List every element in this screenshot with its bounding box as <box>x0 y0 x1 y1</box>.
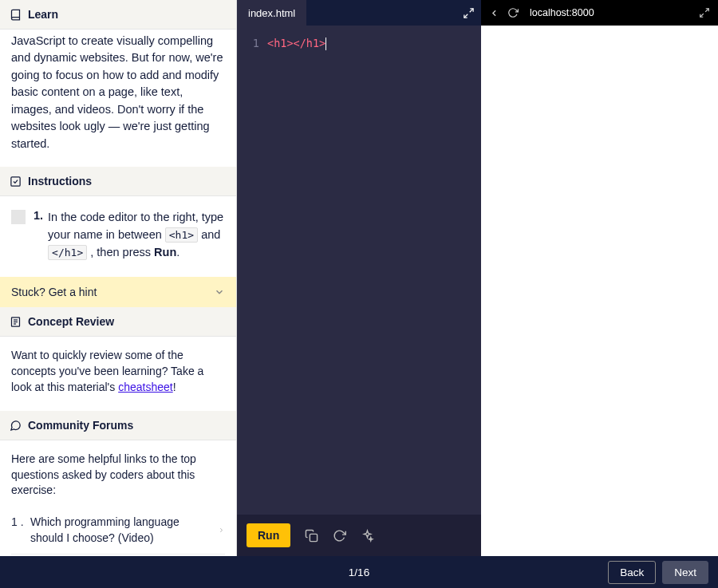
expand-icon[interactable] <box>699 7 710 18</box>
preview-panel: localhost:8000 <box>481 0 718 556</box>
chat-icon <box>10 420 22 432</box>
book-icon <box>10 9 22 21</box>
copy-icon[interactable] <box>305 529 318 543</box>
run-button[interactable]: Run <box>247 523 290 547</box>
learn-header: Learn <box>0 0 236 30</box>
review-title: Concept Review <box>28 315 114 328</box>
code-content: <h1></h1> <box>267 37 326 515</box>
code-tag-open: <h1> <box>165 227 198 243</box>
editor-toolbar: Run <box>237 515 481 556</box>
browser-toolbar: localhost:8000 <box>481 0 718 26</box>
code-editor[interactable]: 1 <h1></h1> <box>237 26 481 515</box>
task-checkbox[interactable] <box>11 210 26 224</box>
svg-line-5 <box>470 8 473 11</box>
next-button[interactable]: Next <box>662 561 708 584</box>
preview-viewport <box>481 26 718 556</box>
forums-body: Here are some helpful links to the top q… <box>0 440 236 556</box>
forums-intro: Here are some helpful links to the top q… <box>11 452 225 499</box>
back-arrow-icon[interactable] <box>489 8 499 18</box>
instructions-body: 1. In the code editor to the right, type… <box>0 196 236 277</box>
hint-label: Stuck? Get a hint <box>11 286 97 298</box>
learn-panel: Learn JavaScript to create visually comp… <box>0 0 237 556</box>
instructions-title: Instructions <box>28 175 92 187</box>
url-bar[interactable]: localhost:8000 <box>527 7 691 18</box>
chevron-right-icon <box>218 525 225 535</box>
review-body: Want to quickly review some of the conce… <box>0 337 236 411</box>
checkbox-icon <box>10 176 22 187</box>
document-icon <box>10 316 22 328</box>
instructions-header: Instructions <box>0 167 236 196</box>
learn-title: Learn <box>28 8 58 21</box>
svg-line-8 <box>705 9 708 12</box>
instruction-text: In the code editor to the right, type yo… <box>48 209 225 261</box>
instruction-number: 1. <box>34 209 43 222</box>
forums-header: Community Forums <box>0 411 236 440</box>
svg-line-9 <box>700 14 704 17</box>
editor-file-tab[interactable]: index.html <box>237 0 306 26</box>
editor-panel: index.html 1 <h1></h1> Run <box>237 0 481 556</box>
forums-title: Community Forums <box>28 419 133 432</box>
back-button[interactable]: Back <box>608 561 656 584</box>
editor-tabbar: index.html <box>237 0 481 26</box>
cheatsheet-link[interactable]: cheatsheet <box>118 381 173 393</box>
svg-line-6 <box>464 14 467 17</box>
code-tag-close: </h1> <box>48 245 87 260</box>
reload-icon[interactable] <box>507 7 519 18</box>
progress-indicator: 1/16 <box>349 566 369 578</box>
svg-rect-0 <box>11 177 20 186</box>
forum-question-1[interactable]: 1 . Which programming language should I … <box>11 507 225 554</box>
svg-rect-7 <box>310 534 318 541</box>
reset-icon[interactable] <box>333 529 346 543</box>
learn-body-text: JavaScript to create visually compelling… <box>0 30 236 167</box>
hint-toggle[interactable]: Stuck? Get a hint <box>0 277 236 307</box>
review-header: Concept Review <box>0 307 236 337</box>
chevron-down-icon <box>214 286 225 298</box>
sparkle-icon[interactable] <box>361 529 374 543</box>
expand-icon[interactable] <box>463 7 475 19</box>
bottom-bar: 1/16 Back Next <box>0 556 718 588</box>
text-cursor <box>325 37 326 50</box>
line-number: 1 <box>237 37 267 515</box>
